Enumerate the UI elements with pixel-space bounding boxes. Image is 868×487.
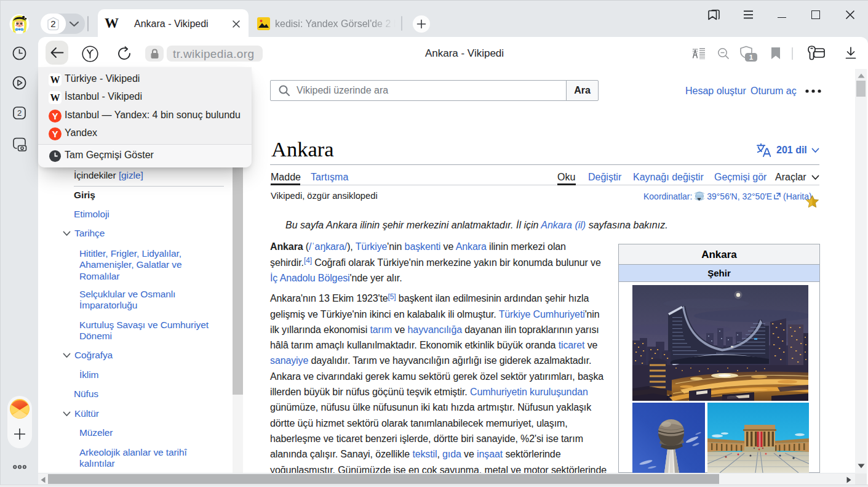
svg-text:2: 2 [50,18,55,29]
svg-text:2: 2 [17,108,22,118]
svg-text:1: 1 [749,54,754,61]
